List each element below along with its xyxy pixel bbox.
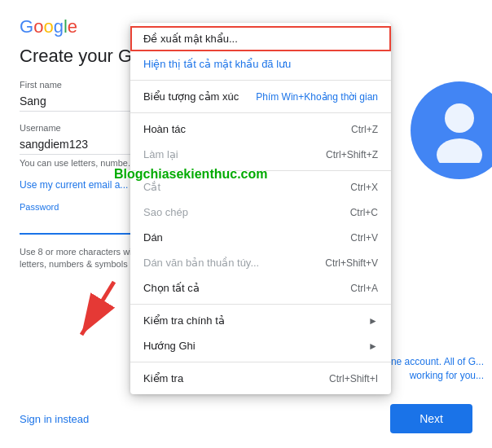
menu-item-paste-plain[interactable]: Dán văn bản thuần túy... Ctrl+Shift+V — [130, 250, 391, 275]
menu-item-show-saved[interactable]: Hiện thị tất cả mật khẩu đã lưu — [130, 51, 391, 77]
inspect-label: Kiểm tra — [143, 372, 183, 384]
first-name-input[interactable] — [20, 91, 146, 112]
cut-label: Cắt — [143, 181, 160, 193]
spellcheck-arrow-icon: ► — [368, 315, 378, 327]
show-saved-label: Hiện thị tất cả mật khẩu đã lưu — [143, 58, 291, 70]
redo-label: Làm lại — [143, 148, 178, 160]
select-all-label: Chọn tất cả — [143, 282, 200, 294]
logo-e: e — [68, 16, 77, 37]
paste-plain-label: Dán văn bản thuần túy... — [143, 257, 259, 269]
divider-4 — [130, 304, 391, 305]
menu-item-select-all[interactable]: Chọn tất cả Ctrl+A — [130, 275, 391, 301]
writing-help-label: Hướng Ghi — [143, 340, 195, 352]
divider-3 — [130, 170, 391, 171]
logo-g1: G — [20, 16, 33, 37]
logo-g2: g — [54, 16, 64, 37]
one-account-text: One account. All of G... working for you… — [378, 355, 484, 383]
context-menu: Đề xuất mật khẩu... Hiện thị tất cả mật … — [130, 23, 391, 394]
menu-item-cut[interactable]: Cắt Ctrl+X — [130, 174, 391, 200]
redo-shortcut: Ctrl+Shift+Z — [326, 149, 378, 160]
writing-help-arrow-icon: ► — [368, 340, 378, 352]
select-all-shortcut: Ctrl+A — [350, 283, 378, 294]
password-input[interactable] — [20, 213, 146, 235]
person-icon — [431, 98, 488, 163]
menu-item-writing-help[interactable]: Hướng Ghi ► — [130, 333, 391, 358]
menu-item-suggest-password[interactable]: Đề xuất mật khẩu... — [130, 26, 391, 51]
menu-item-spellcheck[interactable]: Kiểm tra chính tả ► — [130, 308, 391, 333]
undo-label: Hoàn tác — [143, 123, 186, 135]
menu-item-undo[interactable]: Hoàn tác Ctrl+Z — [130, 116, 391, 142]
divider-2 — [130, 112, 391, 113]
paste-shortcut: Ctrl+V — [350, 232, 378, 244]
next-button[interactable]: Next — [390, 404, 472, 433]
menu-item-copy[interactable]: Sao chép Ctrl+C — [130, 200, 391, 225]
svg-point-1 — [437, 138, 482, 163]
emoji-label: Biểu tượng cảm xúc — [143, 90, 239, 103]
undo-shortcut: Ctrl+Z — [351, 124, 378, 135]
menu-item-redo[interactable]: Làm lại Ctrl+Shift+Z — [130, 142, 391, 167]
cut-shortcut: Ctrl+X — [350, 182, 378, 193]
emoji-shortcut: Phím Win+Khoảng thời gian — [256, 91, 378, 103]
spellcheck-label: Kiểm tra chính tả — [143, 314, 225, 327]
menu-item-emoji[interactable]: Biểu tượng cảm xúc Phím Win+Khoảng thời … — [130, 84, 391, 109]
bottom-bar: Sign in instead Next — [0, 404, 492, 433]
copy-shortcut: Ctrl+C — [350, 207, 378, 218]
inspect-shortcut: Ctrl+Shift+I — [329, 373, 378, 384]
divider-5 — [130, 362, 391, 362]
logo-o1: o — [33, 16, 43, 37]
suggest-password-label: Đề xuất mật khẩu... — [143, 33, 238, 45]
copy-label: Sao chép — [143, 206, 188, 218]
person-avatar — [411, 81, 492, 179]
menu-item-inspect[interactable]: Kiểm tra Ctrl+Shift+I — [130, 366, 391, 391]
logo-o2: o — [43, 16, 53, 37]
username-input[interactable] — [20, 134, 146, 155]
menu-item-paste[interactable]: Dán Ctrl+V — [130, 225, 391, 250]
paste-label: Dán — [143, 231, 163, 244]
sign-in-link[interactable]: Sign in instead — [20, 413, 89, 425]
svg-point-0 — [445, 103, 474, 133]
divider-1 — [130, 80, 391, 81]
paste-plain-shortcut: Ctrl+Shift+V — [325, 257, 378, 269]
